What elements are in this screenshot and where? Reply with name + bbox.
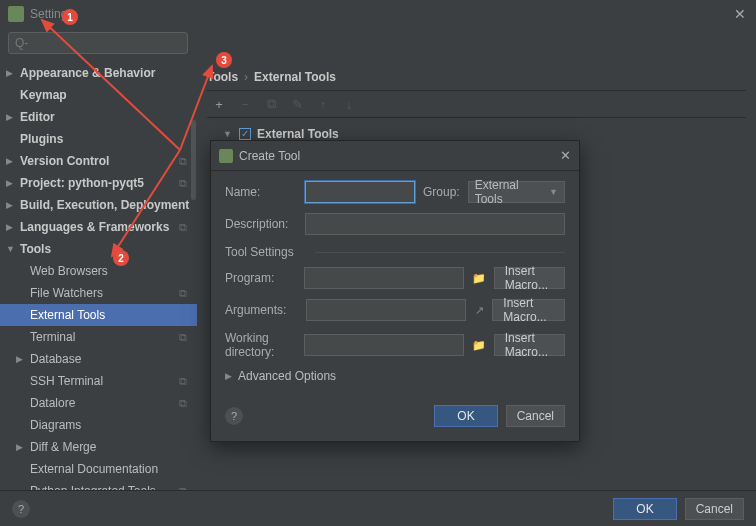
scope-icon: ⧉ [179,287,187,300]
group-combobox[interactable]: External Tools ▼ [468,181,565,203]
sidebar-item-external-tools[interactable]: External Tools [0,304,197,326]
app-icon [219,149,233,163]
chevron-down-icon: ▼ [6,244,18,254]
sidebar-item-terminal[interactable]: Terminal⧉ [0,326,197,348]
search-row: Q- [0,28,756,60]
app-icon [8,6,24,22]
sidebar-item-database[interactable]: ▶Database [0,348,197,370]
chevron-right-icon: ▶ [225,371,232,381]
insert-macro-workingdir-button[interactable]: Insert Macro... [494,334,565,356]
program-input[interactable] [304,267,464,289]
working-dir-input[interactable] [304,334,464,356]
chevron-down-icon: ▼ [549,187,558,197]
toolbar-copy-button[interactable]: ⧉ [263,96,279,112]
chevron-right-icon: ▶ [6,112,18,122]
dialog-title: Create Tool [239,149,560,163]
create-tool-dialog: Create Tool ✕ Name: Group: External Tool… [210,140,580,442]
settings-bottom-bar: ? OK Cancel [0,490,756,526]
dialog-titlebar: Create Tool ✕ [211,141,579,171]
label-description: Description: [225,217,297,231]
chevron-right-icon: ▶ [6,156,18,166]
sidebar-item-diff-merge[interactable]: ▶Diff & Merge [0,436,197,458]
sidebar-item-external-documentation[interactable]: External Documentation [0,458,197,480]
search-prefix: Q- [15,36,28,50]
chevron-right-icon: ▶ [6,200,18,210]
sidebar-item-version-control[interactable]: ▶Version Control⧉ [0,150,197,172]
label-working-dir: Working directory: [225,331,296,359]
sidebar-item-web-browsers[interactable]: Web Browsers [0,260,197,282]
toolbar-down-button[interactable]: ↓ [341,96,357,112]
toolbar-edit-button[interactable]: ✎ [289,96,305,112]
external-tools-toolbar: + − ⧉ ✎ ↑ ↓ [207,90,746,118]
advanced-options-toggle[interactable]: ▶ Advanced Options [225,369,565,383]
window-titlebar: Settings ✕ [0,0,756,28]
settings-sidebar: ▶Appearance & Behavior Keymap ▶Editor Pl… [0,60,197,496]
dialog-body: Name: Group: External Tools ▼ Descriptio… [211,171,579,395]
label-name: Name: [225,185,297,199]
breadcrumb-sep-icon: › [244,70,248,84]
dialog-help-button[interactable]: ? [225,407,243,425]
section-tool-settings: Tool Settings [225,245,565,259]
sidebar-item-project[interactable]: ▶Project: python-pyqt5⧉ [0,172,197,194]
scope-icon: ⧉ [179,221,187,234]
insert-macro-arguments-button[interactable]: Insert Macro... [492,299,565,321]
sidebar-item-languages[interactable]: ▶Languages & Frameworks⧉ [0,216,197,238]
breadcrumb-root[interactable]: Tools [207,70,238,84]
sidebar-item-datalore[interactable]: Datalore⧉ [0,392,197,414]
search-input-wrapper[interactable]: Q- [8,32,188,54]
scope-icon: ⧉ [179,397,187,410]
scope-icon: ⧉ [179,177,187,190]
description-input[interactable] [305,213,565,235]
chevron-right-icon: ▶ [16,442,28,452]
scope-icon: ⧉ [179,331,187,344]
dialog-close-icon[interactable]: ✕ [560,148,571,163]
chevron-right-icon: ▶ [16,354,28,364]
dialog-footer: ? OK Cancel [211,395,579,441]
dialog-cancel-button[interactable]: Cancel [506,405,565,427]
dialog-ok-button[interactable]: OK [434,405,497,427]
chevron-right-icon: ▶ [6,222,18,232]
name-input[interactable] [305,181,415,203]
sidebar-item-ssh-terminal[interactable]: SSH Terminal⧉ [0,370,197,392]
window-title: Settings [30,7,73,21]
toolbar-remove-button[interactable]: − [237,96,253,112]
toolbar-add-button[interactable]: + [211,96,227,112]
sidebar-item-tools[interactable]: ▼Tools [0,238,197,260]
chevron-right-icon: ▶ [6,68,18,78]
search-input[interactable] [30,36,181,50]
sidebar-scrollbar[interactable] [189,60,197,496]
arguments-input[interactable] [306,299,466,321]
breadcrumb: Tools › External Tools [207,60,746,90]
insert-macro-program-button[interactable]: Insert Macro... [494,267,565,289]
sidebar-item-file-watchers[interactable]: File Watchers⧉ [0,282,197,304]
sidebar-item-appearance[interactable]: ▶Appearance & Behavior [0,62,197,84]
browse-folder-icon[interactable]: 📁 [472,339,486,352]
settings-tree: ▶Appearance & Behavior Keymap ▶Editor Pl… [0,60,197,496]
sidebar-item-plugins[interactable]: Plugins [0,128,197,150]
checkbox-icon[interactable] [239,128,251,140]
label-program: Program: [225,271,296,285]
expand-icon[interactable]: ↗ [474,304,485,317]
settings-ok-button[interactable]: OK [613,498,676,520]
settings-cancel-button[interactable]: Cancel [685,498,744,520]
scope-icon: ⧉ [179,375,187,388]
label-group: Group: [423,185,460,199]
sidebar-item-diagrams[interactable]: Diagrams [0,414,197,436]
help-button[interactable]: ? [12,500,30,518]
window-close-icon[interactable]: ✕ [734,6,746,22]
chevron-down-icon: ▼ [223,129,233,139]
sidebar-item-build[interactable]: ▶Build, Execution, Deployment [0,194,197,216]
toolbar-up-button[interactable]: ↑ [315,96,331,112]
sidebar-item-keymap[interactable]: Keymap [0,84,197,106]
breadcrumb-leaf: External Tools [254,70,336,84]
label-arguments: Arguments: [225,303,298,317]
sidebar-item-editor[interactable]: ▶Editor [0,106,197,128]
browse-folder-icon[interactable]: 📁 [472,272,486,285]
chevron-right-icon: ▶ [6,178,18,188]
scope-icon: ⧉ [179,155,187,168]
